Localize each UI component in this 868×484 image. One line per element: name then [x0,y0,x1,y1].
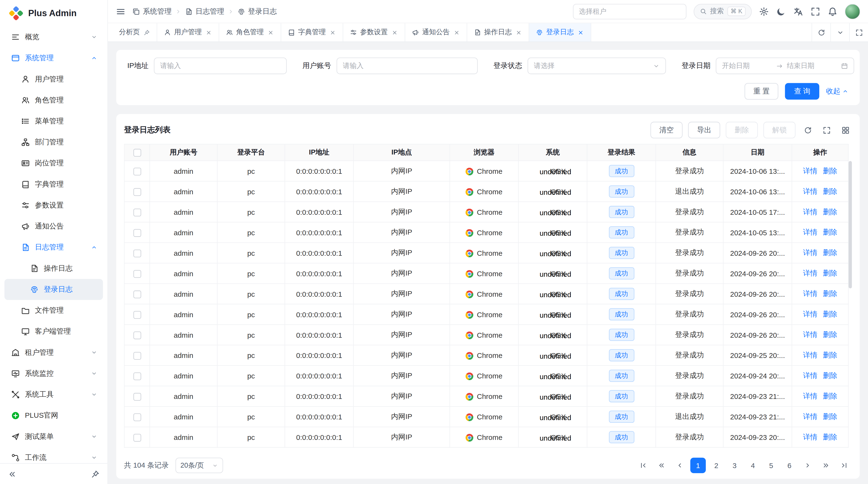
detail-link[interactable]: 详情 [803,187,817,196]
detail-link[interactable]: 详情 [803,309,817,319]
sidebar-item-test[interactable]: 测试菜单 [4,426,103,447]
table-fullscreen-button[interactable] [820,123,833,137]
ip-input[interactable] [154,58,287,74]
breadcrumb-item[interactable]: 系统管理 [132,6,172,16]
delete-link[interactable]: 删除 [823,228,837,237]
first-page-button[interactable] [636,458,651,473]
next-page-button[interactable] [800,458,815,473]
reset-button[interactable]: 重 置 [744,83,778,100]
sidebar-item-client[interactable]: 客户端管理 [4,321,103,342]
user-avatar[interactable] [845,4,860,19]
row-checkbox[interactable] [133,373,141,380]
sidebar-item-tool[interactable]: 系统工具 [4,384,103,405]
close-tab-icon[interactable] [577,29,584,36]
sidebar-item-user[interactable]: 用户管理 [4,69,103,90]
clear-button[interactable]: 清空 [651,122,683,138]
prev-page-button[interactable] [672,458,687,473]
row-checkbox[interactable] [133,433,141,441]
settings-icon[interactable] [759,6,769,16]
jump-back-button[interactable] [654,458,669,473]
delete-link[interactable]: 删除 [823,166,837,176]
select-all-checkbox[interactable] [133,149,141,156]
close-tab-icon[interactable] [515,29,522,36]
fullscreen-icon[interactable] [810,6,820,16]
page-1-button[interactable]: 1 [690,458,706,473]
close-tab-icon[interactable] [453,29,460,36]
detail-link[interactable]: 详情 [803,268,817,279]
collapse-sidebar-button[interactable] [8,470,17,479]
delete-link[interactable]: 删除 [823,289,837,299]
row-checkbox[interactable] [133,331,141,339]
sidebar-item-notice[interactable]: 通知公告 [4,216,103,237]
row-checkbox[interactable] [133,167,141,175]
detail-link[interactable]: 详情 [803,350,817,360]
page-6-button[interactable]: 6 [782,458,797,473]
delete-link[interactable]: 删除 [823,207,837,217]
pin-sidebar-button[interactable] [91,470,100,479]
tab-operlog[interactable]: 操作日志 [467,23,529,41]
detail-link[interactable]: 详情 [803,432,817,442]
refresh-table-button[interactable] [801,123,814,137]
page-size-select[interactable]: 20条/页 [176,458,223,473]
delete-link[interactable]: 删除 [823,309,837,319]
sidebar-item-dept[interactable]: 部门管理 [4,132,103,153]
sidebar-item-role[interactable]: 角色管理 [4,90,103,110]
delete-link[interactable]: 删除 [823,268,837,279]
page-5-button[interactable]: 5 [763,458,779,473]
row-checkbox[interactable] [133,290,141,298]
tab-analysis[interactable]: 分析页 [112,23,157,41]
sidebar-item-config[interactable]: 参数设置 [4,195,103,216]
dark-mode-icon[interactable] [776,6,786,16]
query-button[interactable]: 查 询 [785,83,819,100]
date-range-picker[interactable]: 开始日期结束日期 [716,58,854,74]
close-tab-icon[interactable] [391,29,398,36]
detail-link[interactable]: 详情 [803,248,817,258]
unlock-button[interactable]: 解锁 [763,122,796,138]
close-tab-icon[interactable] [267,29,274,36]
sidebar-item-tenant[interactable]: 租户管理 [4,342,103,363]
sidebar-item-system[interactable]: 系统管理 [4,47,103,68]
breadcrumb-item[interactable]: 日志管理 [185,6,224,16]
menu-toggle-button[interactable] [116,6,126,16]
last-page-button[interactable] [836,458,852,473]
content-fullscreen-button[interactable] [849,23,868,41]
tab-menu-button[interactable] [830,23,849,41]
delete-link[interactable]: 删除 [823,248,837,258]
detail-link[interactable]: 详情 [803,412,817,422]
account-input[interactable] [337,58,478,74]
collapse-filter-link[interactable]: 收起 [826,86,849,96]
sidebar-item-plus-site[interactable]: PLUS官网 [4,405,103,426]
jump-forward-button[interactable] [818,458,834,473]
delete-link[interactable]: 删除 [823,350,837,360]
row-checkbox[interactable] [133,393,141,400]
page-3-button[interactable]: 3 [727,458,742,473]
refresh-tab-button[interactable] [812,23,830,41]
delete-link[interactable]: 删除 [823,412,837,422]
row-checkbox[interactable] [133,413,141,421]
table-scrollbar[interactable] [849,161,852,288]
row-checkbox[interactable] [133,188,141,196]
breadcrumb-item[interactable]: 登录日志 [238,6,277,16]
sidebar-item-workflow[interactable]: 工作流 [4,447,103,463]
tenant-select-input[interactable] [572,4,686,19]
sidebar-item-log[interactable]: 日志管理 [4,237,103,258]
close-tab-icon[interactable] [329,29,336,36]
tab-user[interactable]: 用户管理 [157,23,219,41]
detail-link[interactable]: 详情 [803,391,817,401]
tab-role[interactable]: 角色管理 [219,23,281,41]
close-tab-icon[interactable] [205,29,212,36]
page-4-button[interactable]: 4 [745,458,761,473]
sidebar-item-overview[interactable]: 概览 [4,27,103,47]
detail-link[interactable]: 详情 [803,289,817,299]
delete-link[interactable]: 删除 [823,187,837,196]
status-select[interactable]: 请选择 [528,58,666,74]
translate-icon[interactable] [793,6,803,16]
sidebar-item-loginlog[interactable]: 登录日志 [4,279,103,300]
tab-dict[interactable]: 字典管理 [281,23,343,41]
row-checkbox[interactable] [133,208,141,216]
sidebar-item-monitor[interactable]: 系统监控 [4,363,103,384]
app-logo[interactable]: Plus Admin [0,0,107,27]
sidebar-item-file[interactable]: 文件管理 [4,300,103,321]
detail-link[interactable]: 详情 [803,228,817,237]
detail-link[interactable]: 详情 [803,371,817,381]
